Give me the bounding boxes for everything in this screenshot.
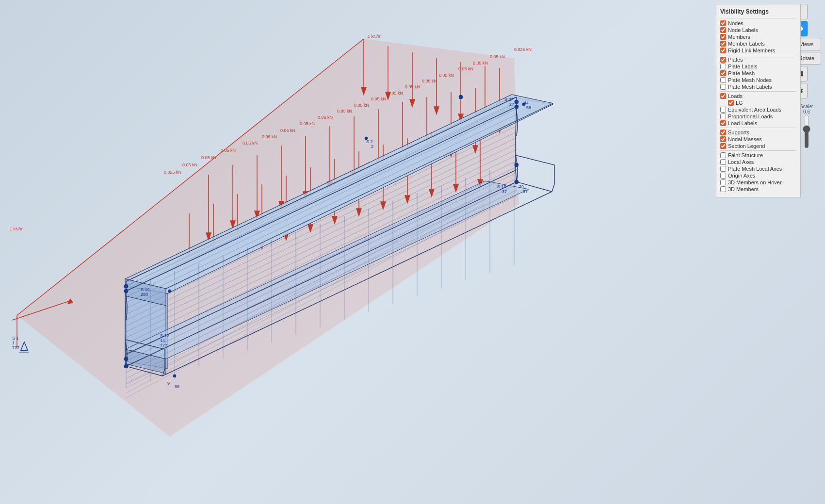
vis-load-labels[interactable]: Load Labels	[720, 120, 796, 126]
vis-proportional[interactable]: Proportional Loads	[720, 114, 796, 119]
svg-point-162	[124, 364, 128, 368]
local-axes-checkbox[interactable]	[720, 159, 726, 165]
svg-point-170	[168, 290, 171, 293]
equiv-area-checkbox[interactable]	[720, 107, 726, 113]
3d-members-label[interactable]: 3D Members	[728, 186, 759, 192]
nodal-masses-label[interactable]: Nodal Masses	[728, 136, 762, 142]
loads-checkbox[interactable]	[720, 93, 726, 99]
plate-mesh-checkbox[interactable]	[720, 70, 726, 76]
supports-checkbox[interactable]	[720, 130, 726, 135]
section-legend-label[interactable]: Section Legend	[728, 143, 765, 149]
svg-marker-172	[21, 342, 28, 350]
lg-checkbox[interactable]	[728, 100, 734, 106]
vis-plates[interactable]: Plates	[720, 57, 796, 63]
vis-members[interactable]: Members	[720, 34, 796, 40]
vis-plate-mesh-nodes[interactable]: Plate Mesh Nodes	[720, 77, 796, 83]
vis-plate-mesh-local-axes[interactable]: Plate Mesh Local Axes	[720, 166, 796, 172]
plate-mesh-labels-label[interactable]: Plate Mesh Labels	[728, 84, 772, 90]
svg-text:S 27: S 27	[504, 97, 514, 102]
nodes-label[interactable]: Nodes	[728, 20, 744, 26]
vis-plate-mesh[interactable]: Plate Mesh	[720, 70, 796, 76]
vis-equiv-area[interactable]: Equivalent Area Loads	[720, 107, 796, 113]
model-canvas[interactable]: 1 kN/m 0.025 kN 0.05 kN 0.05 kN 0.05 kN …	[0, 0, 825, 504]
loads-label[interactable]: Loads	[728, 93, 743, 99]
equiv-area-label[interactable]: Equivalent Area Loads	[728, 107, 781, 113]
origin-axes-label[interactable]: Origin Axes	[728, 173, 755, 179]
visibility-title: Visibility Settings	[720, 8, 796, 15]
section-legend-checkbox[interactable]	[720, 143, 726, 149]
node-labels-checkbox[interactable]	[720, 27, 726, 33]
svg-text:S 1: S 1	[12, 336, 19, 341]
vis-lg[interactable]: LG	[720, 100, 796, 106]
svg-text:0.05 kN: 0.05 kN	[337, 109, 352, 114]
origin-axes-checkbox[interactable]	[720, 173, 726, 179]
vis-loads[interactable]: Loads	[720, 93, 796, 99]
plate-mesh-local-axes-checkbox[interactable]	[720, 166, 726, 172]
faint-structure-label[interactable]: Faint Structure	[728, 152, 763, 158]
load-labels-label[interactable]: Load Labels	[728, 120, 757, 126]
plate-mesh-labels-checkbox[interactable]	[720, 84, 726, 90]
3d-members-checkbox[interactable]	[720, 186, 726, 192]
svg-text:0.05 kN: 0.05 kN	[405, 84, 420, 89]
members-checkbox[interactable]	[720, 34, 726, 40]
vis-section-legend[interactable]: Section Legend	[720, 143, 796, 149]
svg-point-164	[515, 105, 518, 109]
vis-nodal-masses[interactable]: Nodal Masses	[720, 136, 796, 142]
plate-mesh-nodes-label[interactable]: Plate Mesh Nodes	[728, 77, 772, 83]
member-labels-label[interactable]: Member Labels	[728, 41, 765, 47]
svg-text:0.05 kN: 0.05 kN	[371, 97, 386, 101]
vis-3d-members-hover[interactable]: 3D Members on Hover	[720, 179, 796, 185]
proportional-checkbox[interactable]	[720, 114, 726, 119]
plate-mesh-label[interactable]: Plate Mesh	[728, 70, 755, 76]
svg-text:0.05 kN: 0.05 kN	[243, 141, 258, 146]
vis-member-labels[interactable]: Member Labels	[720, 41, 796, 47]
plate-mesh-nodes-checkbox[interactable]	[720, 77, 726, 83]
svg-text:S 2: S 2	[366, 139, 373, 144]
svg-point-163	[515, 100, 518, 104]
vis-rigid-link[interactable]: Rigid Link Members	[720, 48, 796, 53]
plate-labels-label[interactable]: Plate Labels	[728, 64, 758, 69]
svg-point-171	[173, 374, 176, 377]
supports-label[interactable]: Supports	[728, 130, 749, 135]
vis-supports[interactable]: Supports	[720, 130, 796, 135]
svg-text:44: 44	[524, 100, 529, 105]
vis-origin-axes[interactable]: Origin Axes	[720, 173, 796, 179]
rigid-link-label[interactable]: Rigid Link Members	[728, 48, 775, 53]
scale-label: Scale:	[800, 104, 813, 109]
node-labels-label[interactable]: Node Labels	[728, 27, 758, 33]
lg-label[interactable]: LG	[736, 100, 743, 106]
member-labels-checkbox[interactable]	[720, 41, 726, 47]
members-label[interactable]: Members	[728, 34, 750, 40]
vis-plate-mesh-labels[interactable]: Plate Mesh Labels	[720, 84, 796, 90]
vis-3d-members[interactable]: 3D Members	[720, 186, 796, 192]
svg-text:250: 250	[141, 292, 148, 297]
plate-mesh-local-axes-label[interactable]: Plate Mesh Local Axes	[728, 166, 782, 172]
svg-text:S 12: S 12	[160, 333, 169, 338]
svg-point-165	[515, 163, 518, 167]
load-labels-checkbox[interactable]	[720, 120, 726, 126]
svg-point-159	[124, 284, 128, 288]
svg-text:2: 2	[371, 144, 373, 149]
svg-text:0.05 kN: 0.05 kN	[422, 79, 437, 83]
3d-members-hover-checkbox[interactable]	[720, 179, 726, 185]
svg-text:0.025 kN: 0.025 kN	[164, 170, 181, 175]
vis-node-labels[interactable]: Node Labels	[720, 27, 796, 33]
vis-faint-structure[interactable]: Faint Structure	[720, 152, 796, 158]
vis-local-axes[interactable]: Local Axes	[720, 159, 796, 165]
vis-plate-labels[interactable]: Plate Labels	[720, 64, 796, 69]
faint-structure-checkbox[interactable]	[720, 152, 726, 158]
3d-members-hover-label[interactable]: 3D Members on Hover	[728, 179, 782, 185]
proportional-label[interactable]: Proportional Loads	[728, 114, 773, 119]
svg-text:S 13: S 13	[497, 184, 506, 189]
rigid-link-checkbox[interactable]	[720, 48, 726, 53]
plates-checkbox[interactable]	[720, 57, 726, 63]
plate-labels-checkbox[interactable]	[720, 64, 726, 69]
vis-nodes[interactable]: Nodes	[720, 20, 796, 26]
local-axes-label[interactable]: Local Axes	[728, 159, 754, 165]
svg-point-160	[124, 289, 128, 293]
viewport: 1 kN/m 0.025 kN 0.05 kN 0.05 kN 0.05 kN …	[0, 0, 825, 504]
plates-label[interactable]: Plates	[728, 57, 743, 63]
nodal-masses-checkbox[interactable]	[720, 136, 726, 142]
scale-slider[interactable]	[803, 114, 810, 148]
nodes-checkbox[interactable]	[720, 20, 726, 26]
